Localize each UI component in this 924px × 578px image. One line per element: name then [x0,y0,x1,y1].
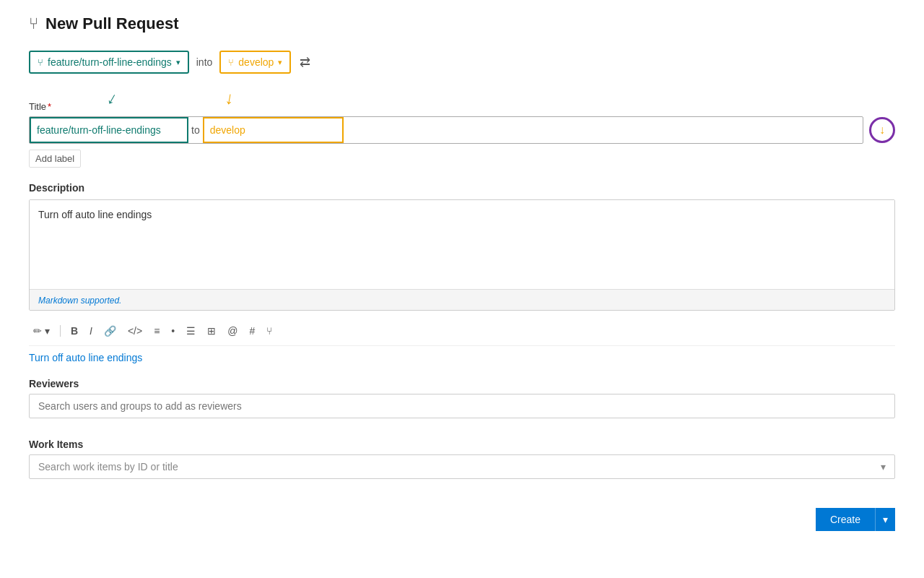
toolbar-hash-btn[interactable]: # [245,322,259,340]
target-branch-dropdown[interactable]: ⑂ develop ▾ [219,51,291,74]
toolbar-bold-btn[interactable]: B [66,322,82,340]
description-textarea[interactable]: Turn off auto line endings [30,200,894,287]
commit-preview-text[interactable]: Turn off auto line endings [29,352,895,363]
description-footer: Markdown supported. [30,289,894,310]
create-dropdown-button[interactable]: ▾ [876,508,895,531]
reviewers-label: Reviewers [29,378,895,389]
reviewers-section: Reviewers [29,378,895,433]
ai-icon: ↓ [879,124,885,137]
title-connector: to [188,118,203,142]
page-title: New Pull Request [45,14,179,33]
source-branch-icon: ⑂ [38,57,43,68]
toolbar-table-btn[interactable]: ⊞ [203,322,220,340]
toolbar-sep-1 [60,325,61,337]
title-input-row: to ↓ [29,116,895,144]
swap-branches-icon[interactable]: ⇄ [300,54,310,70]
work-items-section: Work Items Search work items by ID or ti… [29,439,895,479]
toolbar-pen-btn[interactable]: ✏ ▾ [29,322,54,340]
toolbar-ordered-list-btn[interactable]: ≡ [149,322,164,340]
title-input-container: to [29,116,863,144]
description-label: Description [29,182,895,194]
title-target-input[interactable] [203,117,344,143]
work-items-arrow: ▾ [881,461,886,473]
into-label: into [196,56,213,68]
pr-icon: ⑂ [29,14,38,33]
source-branch-dropdown[interactable]: ⑂ feature/turn-off-line-endings ▾ [29,51,189,74]
description-section: Description Turn off auto line endings M… [29,182,895,311]
ai-suggest-button[interactable]: ↓ [869,117,895,143]
title-section: Title* to ↓ [29,101,895,144]
create-button[interactable]: Create [816,508,876,531]
target-branch-icon: ⑂ [228,57,234,68]
source-branch-arrow: ▾ [176,58,180,67]
work-items-label: Work Items [29,439,895,450]
toolbar-unordered-list-btn[interactable]: • [167,322,179,340]
create-dropdown-arrow: ▾ [883,514,888,525]
toolbar-mention-btn[interactable]: @ [223,322,242,340]
source-branch-name: feature/turn-off-line-endings [48,56,172,68]
title-rest-input[interactable] [344,118,863,142]
toolbar-task-list-btn[interactable]: ☰ [182,322,200,340]
work-items-dropdown[interactable]: Search work items by ID or title ▾ [29,454,895,479]
title-source-input[interactable] [30,117,188,143]
branch-selector-row: ⑂ feature/turn-off-line-endings ▾ into ⑂… [29,51,895,74]
create-button-group: Create ▾ [816,508,895,531]
add-label-button[interactable]: Add label [29,150,81,168]
toolbar-code-btn[interactable]: </> [123,322,147,340]
target-branch-name: develop [238,56,274,68]
markdown-note: Markdown supported. [38,296,121,306]
toolbar-italic-btn[interactable]: I [85,322,97,340]
page-header: ⑂ New Pull Request [29,14,895,33]
reviewers-input[interactable] [29,394,895,418]
footer-actions: Create ▾ [29,508,895,531]
description-box: Turn off auto line endings Markdown supp… [29,199,895,311]
work-items-placeholder: Search work items by ID or title [38,461,178,473]
toolbar-pr-btn[interactable]: ⑂ [262,322,276,340]
toolbar-link-btn[interactable]: 🔗 [100,322,121,340]
target-branch-arrow: ▾ [278,58,282,67]
title-label: Title* [29,101,895,112]
formatting-toolbar: ✏ ▾ B I 🔗 </> ≡ • ☰ ⊞ @ # ⑂ [29,316,895,346]
